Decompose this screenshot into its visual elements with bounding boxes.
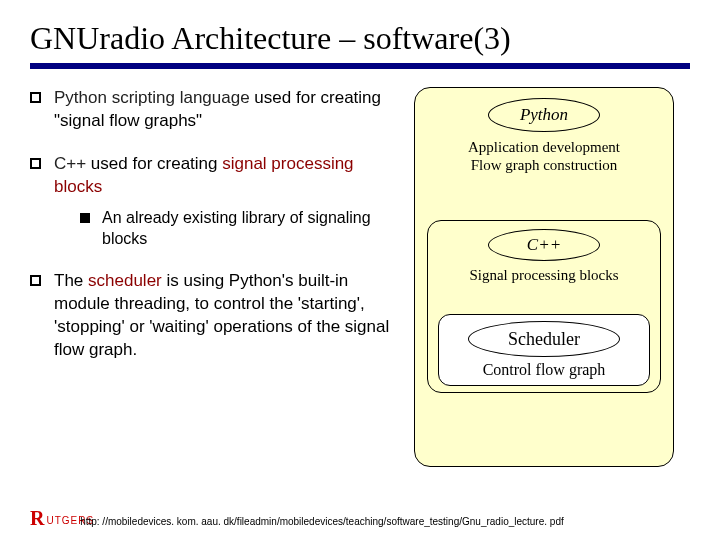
bullet-list: Python scripting language used for creat… <box>30 87 400 362</box>
bullet-3-keyword: scheduler <box>88 271 162 290</box>
slide: GNUradio Architecture – software(3) Pyth… <box>0 0 720 540</box>
source-url: http: //mobiledevices. kom. aau. dk/file… <box>80 516 564 528</box>
python-oval: Python <box>488 98 600 132</box>
bullet-2-mid: used for creating <box>86 154 222 173</box>
inner-text: Signal processing blocks <box>434 267 654 284</box>
left-column: Python scripting language used for creat… <box>30 87 400 467</box>
title-underline <box>30 63 690 69</box>
diagram-inner-box: C++ Signal processing blocks Scheduler C… <box>427 220 661 393</box>
bullet-2-cxx: C++ <box>54 154 86 173</box>
sub-bullet-list: An already existing library of signaling… <box>80 207 400 250</box>
cxx-oval: C++ <box>488 229 600 261</box>
bullet-3-pre: The <box>54 271 88 290</box>
footer: R UTGERS http: //mobiledevices. kom. aau… <box>30 508 700 528</box>
sub-bullet-1: An already existing library of signaling… <box>80 207 400 250</box>
scheduler-oval: Scheduler <box>468 321 620 357</box>
bullet-3: The scheduler is using Python's built-in… <box>30 270 400 362</box>
bullet-1-keyword: Python scripting language <box>54 88 250 107</box>
bullet-2: C++ used for creating signal processing … <box>30 153 400 250</box>
scheduler-box: Scheduler Control flow graph <box>438 314 650 386</box>
diagram-outer-box: Python Application development Flow grap… <box>414 87 674 467</box>
outer-line1: Application development <box>468 139 620 155</box>
content-columns: Python scripting language used for creat… <box>30 87 690 467</box>
outer-line2: Flow graph construction <box>471 157 618 173</box>
slide-title: GNUradio Architecture – software(3) <box>30 20 690 57</box>
scheduler-text: Control flow graph <box>445 361 643 379</box>
outer-text: Application development Flow graph const… <box>423 138 665 174</box>
right-column: Python Application development Flow grap… <box>414 87 674 467</box>
logo-r: R <box>30 508 44 528</box>
bullet-1: Python scripting language used for creat… <box>30 87 400 133</box>
